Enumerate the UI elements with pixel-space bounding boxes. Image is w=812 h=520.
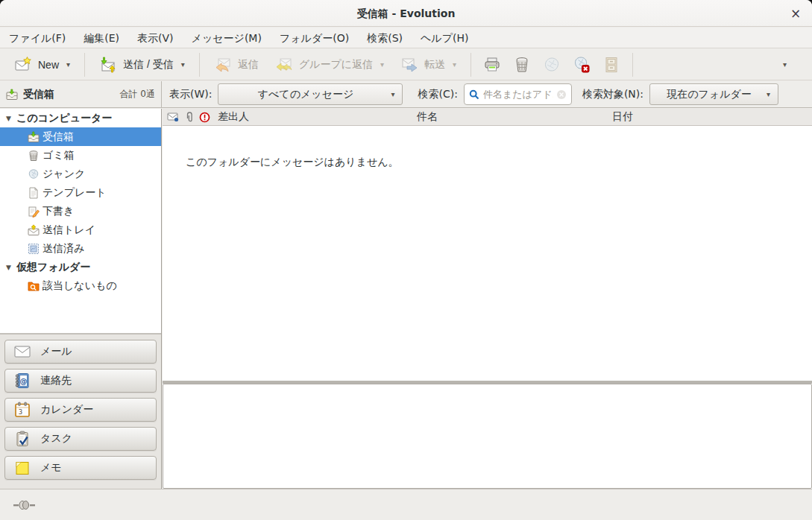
inbox-icon bbox=[6, 89, 18, 101]
sidebar-item-templates[interactable]: テンプレート bbox=[0, 183, 161, 202]
draft-icon bbox=[28, 206, 40, 218]
statusbar bbox=[0, 489, 812, 520]
switcher-memos-button[interactable]: メモ bbox=[4, 456, 157, 480]
search-icon bbox=[469, 89, 479, 100]
window-title: 受信箱 - Evolution bbox=[0, 0, 812, 27]
new-message-button[interactable]: New ▾ bbox=[6, 51, 78, 78]
toolbar-separator bbox=[199, 53, 200, 77]
column-header-subject[interactable]: 件名 bbox=[417, 110, 438, 124]
sidebar-group-this-computer[interactable]: ▼ このコンピューター bbox=[0, 109, 161, 127]
send-receive-dropdown-icon[interactable]: ▾ bbox=[181, 60, 185, 69]
menu-folder[interactable]: フォルダー(O) bbox=[271, 28, 358, 48]
clear-search-icon[interactable] bbox=[556, 89, 567, 100]
sidebar-item-trash[interactable]: ゴミ箱 bbox=[0, 146, 161, 165]
not-junk-button[interactable] bbox=[567, 51, 597, 78]
delete-button[interactable] bbox=[507, 51, 537, 78]
svg-text:@: @ bbox=[20, 377, 28, 385]
new-message-label: New bbox=[38, 59, 59, 71]
sidebar-item-inbox[interactable]: 受信箱 bbox=[0, 127, 161, 146]
forward-label: 転送 bbox=[424, 58, 445, 72]
switcher-label: タスク bbox=[40, 432, 72, 446]
junk-button[interactable] bbox=[537, 51, 567, 78]
current-folder-name: 受信箱 bbox=[23, 88, 54, 101]
print-button[interactable] bbox=[477, 51, 507, 78]
toolbar-overflow-button[interactable]: ▾ bbox=[775, 51, 793, 78]
menu-edit[interactable]: 編集(E) bbox=[75, 28, 128, 48]
sidebar-item-drafts[interactable]: 下書き bbox=[0, 202, 161, 221]
switcher-label: 連絡先 bbox=[40, 374, 72, 387]
junk-icon bbox=[543, 56, 561, 74]
trash-icon bbox=[513, 56, 531, 74]
forward-dropdown-icon[interactable]: ▾ bbox=[453, 60, 456, 69]
read-status-column-icon[interactable] bbox=[167, 112, 180, 122]
column-header-date[interactable]: 日付 bbox=[612, 110, 633, 124]
online-status-button[interactable] bbox=[10, 496, 39, 514]
forward-icon bbox=[400, 56, 418, 74]
show-filter-dropdown[interactable]: すべてのメッセージ ▾ bbox=[218, 83, 403, 105]
inbox-icon bbox=[28, 131, 40, 143]
overflow-dropdown-icon: ▾ bbox=[783, 60, 787, 69]
calendar-icon: 3 bbox=[14, 402, 31, 418]
menubar: ファイル(F) 編集(E) 表示(V) メッセージ(M) フォルダー(O) 検索… bbox=[0, 28, 812, 48]
switcher-label: メモ bbox=[40, 461, 62, 475]
sidebar-item-sent[interactable]: 送信済み bbox=[0, 239, 161, 258]
reply-group-icon bbox=[275, 56, 293, 74]
switcher-calendar-button[interactable]: 3 カレンダー bbox=[4, 398, 157, 422]
reply-group-button[interactable]: グループに返信 ▾ bbox=[267, 51, 392, 78]
forward-button[interactable]: 転送 ▾ bbox=[392, 51, 465, 78]
preview-pane bbox=[163, 384, 812, 489]
switcher-tasks-button[interactable]: タスク bbox=[4, 427, 157, 451]
reply-group-dropdown-icon[interactable]: ▾ bbox=[380, 60, 384, 69]
switcher-label: メール bbox=[40, 345, 72, 358]
filterbar: 受信箱 合計 0通 表示(W): すべてのメッセージ ▾ 検索(C): bbox=[0, 81, 812, 108]
menu-help[interactable]: ヘルプ(H) bbox=[412, 28, 477, 48]
group-label: このコンピューター bbox=[16, 112, 112, 125]
new-dropdown-icon[interactable]: ▾ bbox=[66, 60, 70, 69]
close-button[interactable]: × bbox=[787, 4, 805, 22]
sidebar-item-outbox[interactable]: 送信トレイ bbox=[0, 221, 161, 239]
archive-button[interactable] bbox=[597, 51, 626, 78]
switcher-contacts-button[interactable]: @ 連絡先 bbox=[4, 369, 157, 393]
contacts-icon: @ bbox=[14, 372, 31, 389]
show-filter-arrow-icon: ▾ bbox=[391, 90, 394, 98]
expander-icon[interactable]: ▼ bbox=[6, 264, 16, 271]
reply-button[interactable]: 返信 bbox=[206, 51, 267, 78]
send-receive-button[interactable]: 送信 / 受信 ▾ bbox=[91, 51, 193, 78]
message-list-pane: 差出人 件名 日付 このフォルダーにメッセージはありません。 bbox=[163, 109, 812, 489]
menu-file[interactable]: ファイル(F) bbox=[0, 28, 75, 48]
sidebar-item-unmatched[interactable]: 該当しないもの bbox=[0, 276, 161, 295]
toolbar-separator bbox=[632, 53, 633, 77]
priority-column-icon[interactable] bbox=[199, 112, 210, 123]
menu-search[interactable]: 検索(S) bbox=[358, 28, 412, 48]
switcher-mail-button[interactable]: メール bbox=[4, 340, 157, 364]
attachment-column-icon[interactable] bbox=[184, 112, 195, 123]
new-mail-icon bbox=[14, 56, 32, 74]
menu-message[interactable]: メッセージ(M) bbox=[183, 28, 271, 48]
expander-icon[interactable]: ▼ bbox=[6, 115, 16, 122]
search-scope-arrow-icon: ▾ bbox=[767, 90, 770, 98]
titlebar: 受信箱 - Evolution × bbox=[0, 0, 812, 27]
message-list-header: 差出人 件名 日付 bbox=[163, 109, 812, 126]
folder-label: 送信トレイ bbox=[43, 223, 95, 237]
column-header-from[interactable]: 差出人 bbox=[218, 110, 249, 124]
archive-icon bbox=[602, 56, 620, 74]
search-input[interactable] bbox=[483, 89, 553, 100]
outbox-icon bbox=[28, 224, 40, 236]
sidebar-item-junk[interactable]: ジャンク bbox=[0, 165, 161, 183]
message-total-count: 合計 0通 bbox=[120, 88, 155, 101]
trash-icon bbox=[28, 150, 40, 162]
sidebar-group-virtual-folders[interactable]: ▼ 仮想フォルダー bbox=[0, 258, 161, 276]
toolbar-separator bbox=[84, 53, 85, 77]
reply-label: 返信 bbox=[238, 58, 259, 72]
sent-icon bbox=[28, 243, 40, 255]
reply-icon bbox=[214, 56, 232, 74]
send-receive-icon bbox=[99, 56, 117, 74]
search-box bbox=[464, 83, 572, 105]
menu-view[interactable]: 表示(V) bbox=[128, 28, 183, 48]
online-plug-icon bbox=[13, 499, 36, 511]
send-receive-label: 送信 / 受信 bbox=[123, 58, 174, 72]
show-filter-label: 表示(W): bbox=[169, 88, 212, 101]
mail-icon bbox=[14, 345, 31, 358]
view-switcher: メール @ 連絡先 bbox=[0, 334, 161, 489]
search-scope-dropdown[interactable]: 現在のフォルダー ▾ bbox=[649, 83, 778, 105]
